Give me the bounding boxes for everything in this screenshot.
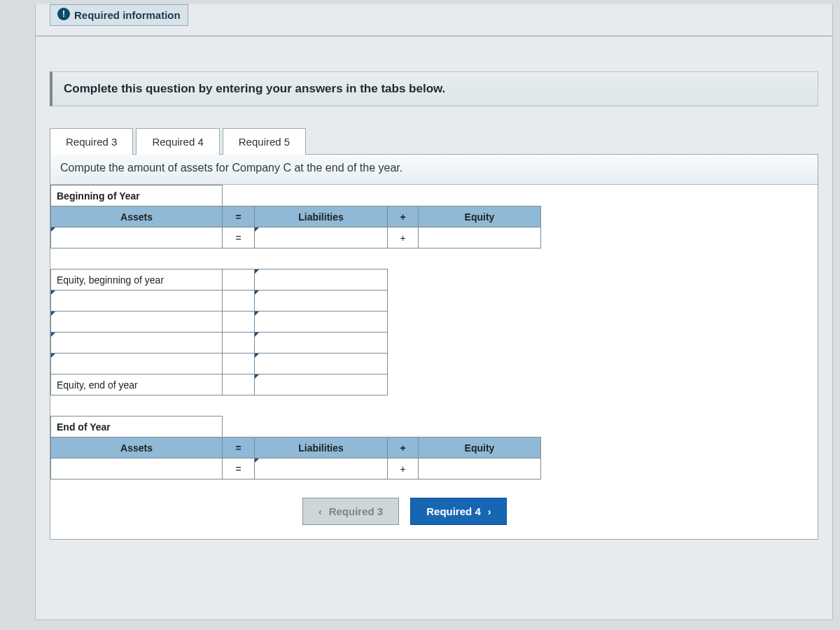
header-assets: Assets xyxy=(51,206,223,227)
input-begin-assets[interactable] xyxy=(51,227,223,248)
tab-content: Compute the amount of assets for Company… xyxy=(50,154,818,540)
input-equity-line-1-value[interactable] xyxy=(255,290,388,312)
tab-required-4[interactable]: Required 4 xyxy=(136,128,219,155)
required-information-label: Required information xyxy=(74,9,181,21)
input-end-equity[interactable] xyxy=(419,458,541,479)
header-liabilities-end: Liabilities xyxy=(255,438,388,458)
header-plus: + xyxy=(388,206,419,227)
header-equity: Equity xyxy=(419,206,541,227)
row-equity-end-label: Equity, end of year xyxy=(51,374,223,396)
tab-required-3[interactable]: Required 3 xyxy=(50,128,133,155)
header-equity-end: Equity xyxy=(419,438,541,458)
tabs-row: Required 3 Required 4 Required 5 xyxy=(50,127,818,154)
cell-plus: + xyxy=(388,227,419,248)
input-equity-begin-value[interactable] xyxy=(255,270,388,290)
input-equity-line-2-label[interactable] xyxy=(51,312,223,332)
input-equity-line-2-value[interactable] xyxy=(255,312,388,332)
row-equity-begin-label: Equity, beginning of year xyxy=(51,270,223,290)
next-button-label: Required 4 xyxy=(426,505,481,517)
worksheet-table: Beginning of Year Assets = Liabilities +… xyxy=(50,185,541,479)
header-equals: = xyxy=(223,206,255,227)
nav-row: ‹ Required 3 Required 4 › xyxy=(302,498,818,525)
input-end-liabilities[interactable] xyxy=(255,458,388,479)
input-equity-line-4-value[interactable] xyxy=(255,354,388,374)
required-information-button[interactable]: ! Required information xyxy=(50,4,188,26)
header-equals-end: = xyxy=(223,438,255,458)
section-end-label: End of Year xyxy=(51,416,223,438)
input-equity-line-3-label[interactable] xyxy=(51,332,223,354)
section-beginning-label: Beginning of Year xyxy=(51,186,223,206)
cell-empty xyxy=(223,270,255,290)
cell-plus-end: + xyxy=(388,458,419,479)
next-required-button[interactable]: Required 4 › xyxy=(410,498,507,525)
input-equity-line-4-label[interactable] xyxy=(51,354,223,374)
instruction-text: Complete this question by entering your … xyxy=(50,71,818,106)
input-equity-line-3-value[interactable] xyxy=(255,332,388,354)
question-panel: ! Required information Complete this que… xyxy=(35,4,833,620)
input-begin-equity[interactable] xyxy=(419,227,541,248)
cell-equals: = xyxy=(223,227,255,248)
input-equity-end-value[interactable] xyxy=(255,374,388,396)
input-equity-line-1-label[interactable] xyxy=(51,290,223,312)
chevron-right-icon: › xyxy=(488,506,491,517)
prev-button-label: Required 3 xyxy=(329,505,384,517)
header-plus-end: + xyxy=(388,438,419,458)
chevron-left-icon: ‹ xyxy=(318,506,322,517)
info-icon: ! xyxy=(57,8,70,20)
input-begin-liabilities[interactable] xyxy=(255,227,388,248)
question-prompt: Compute the amount of assets for Company… xyxy=(50,155,818,185)
tab-required-5[interactable]: Required 5 xyxy=(223,128,306,155)
header-assets-end: Assets xyxy=(51,438,223,458)
header-liabilities: Liabilities xyxy=(255,206,388,227)
cell-equals-end: = xyxy=(223,458,255,479)
prev-required-button[interactable]: ‹ Required 3 xyxy=(302,498,399,525)
input-end-assets[interactable] xyxy=(51,458,223,479)
divider xyxy=(36,36,832,36)
